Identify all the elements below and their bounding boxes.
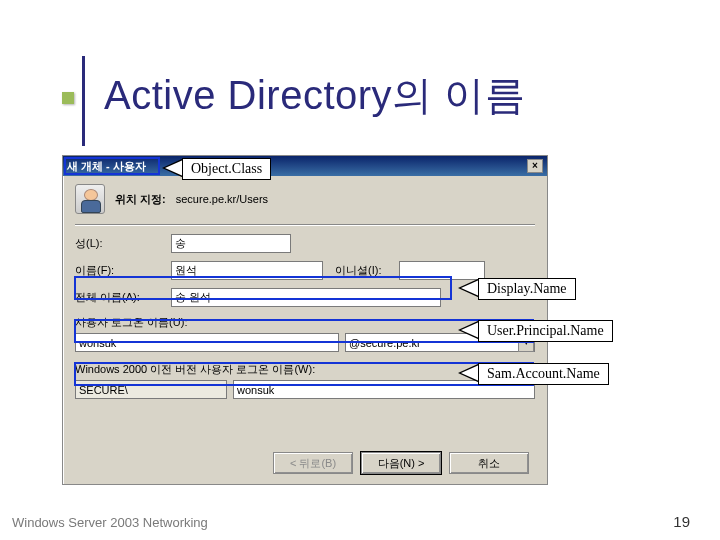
user-icon [75,184,105,214]
firstname-input[interactable] [171,261,323,280]
slide-bullet-icon [62,92,74,104]
firstname-label: 이름(F): [75,263,171,278]
back-button: < 뒤로(B) [273,452,353,474]
initials-label: 이니셜(I): [335,263,399,278]
cancel-button[interactable]: 취소 [449,452,529,474]
w2k-domain-readonly: SECURE\ [75,380,227,399]
dialog-title: 새 개체 - 사용자 [67,159,146,174]
lastname-label: 성(L): [75,236,171,251]
callout-upn: User.Principal.Name [478,320,613,342]
dialog-titlebar: 새 개체 - 사용자 × [63,156,547,176]
callout-objectclass: Object.Class [182,158,271,180]
callout-sam: Sam.Account.Name [478,363,609,385]
page-number: 19 [673,513,690,530]
slide-title: Active Directory의 이름 [104,68,525,123]
location-label: 위치 지정: [115,192,166,207]
logon-name-input[interactable] [75,333,339,352]
close-button[interactable]: × [527,159,543,173]
lastname-input[interactable] [171,234,291,253]
title-rule [82,56,85,146]
divider [75,224,535,226]
callout-displayname: Display.Name [478,278,576,300]
fullname-label: 전체 이름(A): [75,290,171,305]
next-button[interactable]: 다음(N) > [361,452,441,474]
fullname-input[interactable] [171,288,441,307]
logon-domain-value: @secure.pe.kr [349,337,421,349]
footer-text: Windows Server 2003 Networking [12,515,208,530]
location-value: secure.pe.kr/Users [176,193,268,205]
